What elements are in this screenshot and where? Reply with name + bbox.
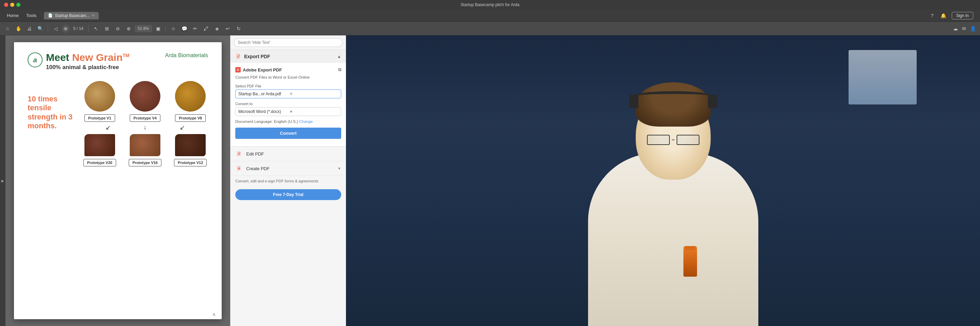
- select-btn[interactable]: ⊞: [102, 24, 112, 33]
- sign-in-button[interactable]: Sign In: [952, 12, 973, 19]
- sidebar-search-area: [231, 35, 346, 50]
- prototype-v12-label: Prototype V12: [174, 159, 207, 166]
- prototype-v20-label: Prototype V20: [83, 159, 116, 166]
- print-btn[interactable]: 🖨: [24, 24, 34, 33]
- prototype-v16-label: Prototype V16: [129, 159, 161, 166]
- cursor-btn[interactable]: ↖: [91, 24, 101, 33]
- tab-main[interactable]: 📄 Startup Basecam... ✕: [44, 12, 99, 19]
- pdf-page: a Meet New GrainTM 100% animal & plastic…: [14, 42, 222, 319]
- export-pdf-section: Export PDF ▲ A Adobe Export PDF ⧉ Conver…: [231, 50, 346, 147]
- hand-btn[interactable]: ✋: [14, 24, 23, 33]
- pdf-new-grain: New Grain: [72, 52, 123, 63]
- zoom-out-btn[interactable]: ⊖: [113, 24, 123, 33]
- convert-button[interactable]: Convert: [235, 127, 341, 139]
- adobe-export-settings-icon[interactable]: ⧉: [338, 67, 341, 73]
- zoom-level[interactable]: 52.8%: [135, 25, 152, 32]
- edit-pdf-label: Edit PDF: [246, 151, 341, 157]
- pdf-subhead: 100% animal & plastic-free: [46, 64, 129, 71]
- edit-pdf-item[interactable]: Edit PDF: [231, 147, 346, 161]
- separator-1: [48, 25, 48, 32]
- export-pdf-header[interactable]: Export PDF ▲: [231, 50, 346, 63]
- doc-language-label: Document Language:: [235, 119, 273, 124]
- file-selector[interactable]: Startup Ba...or Arda.pdf ✕: [235, 89, 341, 99]
- sidebar-panel: Export PDF ▲ A Adobe Export PDF ⧉ Conver…: [230, 35, 346, 326]
- prev-page-btn[interactable]: ◁: [51, 24, 60, 33]
- create-pdf-desc: Convert, edit and e-sign PDF forms & agr…: [231, 176, 346, 186]
- move-btn[interactable]: ⊹: [169, 24, 178, 33]
- create-pdf-item[interactable]: Create PDF ▼: [231, 161, 346, 176]
- prototype-v16: Prototype V16: [129, 134, 161, 166]
- bookmark-btn[interactable]: ☆: [3, 24, 12, 33]
- undo-btn[interactable]: ↩: [223, 24, 232, 33]
- prototype-v4-image: [130, 81, 161, 111]
- create-pdf-label: Create PDF: [246, 166, 334, 171]
- orange-bottle: [683, 246, 697, 277]
- search-btn[interactable]: 🔍: [35, 24, 45, 33]
- select-pdf-group: Select PDF File Startup Ba...or Arda.pdf…: [235, 84, 341, 99]
- toolbar: ☆ ✋ 🖨 🔍 ◁ ⊕ 5 / 14 ↖ ⊞ ⊖ ⊕ 52.8% ▣ ⊹ 💬 ✏…: [0, 22, 980, 35]
- prototype-v8: Prototype V8: [175, 81, 206, 122]
- highlight-btn[interactable]: 🖍: [201, 24, 211, 33]
- prototype-v8-image: [175, 81, 206, 111]
- pdf-logo: a: [28, 52, 43, 67]
- mail-icon[interactable]: ✉: [961, 25, 967, 32]
- export-pdf-header-left: Export PDF: [235, 53, 270, 60]
- menu-home[interactable]: Home: [3, 11, 22, 19]
- export-pdf-collapse-icon[interactable]: ▲: [337, 54, 341, 59]
- prototype-v4: Prototype V4: [130, 81, 161, 122]
- pen-btn[interactable]: ✏: [190, 24, 200, 33]
- prototype-v20: Prototype V20: [83, 134, 116, 166]
- doc-language-value: English (U.S.): [274, 119, 298, 124]
- prototype-v1-image: [84, 81, 115, 111]
- person-headphones: [632, 91, 714, 139]
- stamp-btn[interactable]: ◈: [212, 24, 222, 33]
- fit-btn[interactable]: ▣: [153, 24, 163, 33]
- export-pdf-icon: [235, 53, 242, 60]
- tab-label: Startup Basecam...: [55, 13, 89, 18]
- person-area: [571, 79, 775, 326]
- convert-to-value: Microsoft Word (*.docx): [239, 109, 287, 114]
- traffic-lights: [4, 3, 21, 7]
- adobe-export-title: A Adobe Export PDF ⧉: [235, 67, 341, 73]
- file-remove-btn[interactable]: ✕: [290, 92, 339, 96]
- window-title: Startup Basecamp pitch for Arda: [461, 2, 520, 7]
- prototype-v4-label: Prototype V4: [130, 114, 161, 122]
- convert-to-label: Convert to: [235, 102, 341, 106]
- next-page-btn[interactable]: ⊕: [62, 24, 70, 33]
- close-button[interactable]: [4, 3, 8, 7]
- page-indicator: 5 / 14: [71, 26, 86, 31]
- menu-tools[interactable]: Tools: [23, 11, 40, 19]
- comment-btn[interactable]: 💬: [180, 24, 189, 33]
- user-icon[interactable]: 👤: [969, 25, 977, 32]
- create-pdf-expand-icon[interactable]: ▼: [337, 166, 341, 170]
- select-pdf-label: Select PDF File: [235, 84, 341, 88]
- maximize-button[interactable]: [16, 3, 21, 7]
- window-light: [849, 50, 917, 105]
- prototype-v1-label: Prototype V1: [84, 114, 115, 122]
- prototype-v1: Prototype V1: [84, 81, 115, 122]
- help-icon[interactable]: ?: [930, 12, 935, 19]
- main-content: ▶ a Meet New GrainTM 100% animal & plast…: [0, 35, 980, 326]
- prototype-v8-label: Prototype V8: [175, 114, 206, 122]
- pdf-orange-text: 10 times tensile strength in 3 months.: [28, 95, 75, 166]
- zoom-in-btn[interactable]: ⊕: [124, 24, 134, 33]
- convert-to-group: Convert to Microsoft Word (*.docx) ▼: [235, 102, 341, 116]
- tab-close-btn[interactable]: ✕: [92, 13, 95, 18]
- minimize-button[interactable]: [10, 3, 14, 7]
- redo-btn[interactable]: ↻: [234, 24, 243, 33]
- adobe-export-section: A Adobe Export PDF ⧉ Convert PDF Files t…: [231, 63, 346, 146]
- left-nav-arrow[interactable]: ▶: [0, 35, 5, 326]
- bell-icon[interactable]: 🔔: [939, 12, 948, 19]
- title-bar: Startup Basecamp pitch for Arda: [0, 0, 980, 10]
- pdf-viewer: a Meet New GrainTM 100% animal & plastic…: [5, 35, 230, 326]
- free-trial-button[interactable]: Free 7-Day Trial: [235, 189, 341, 200]
- webcam-area: [346, 35, 980, 326]
- header-right: ? 🔔 Sign In: [930, 12, 977, 19]
- export-pdf-label: Export PDF: [244, 54, 270, 59]
- doc-language: Document Language: English (U.S.) Change: [235, 119, 341, 124]
- change-language-link[interactable]: Change: [299, 119, 313, 124]
- cloud-icon[interactable]: ☁: [952, 25, 959, 32]
- sidebar-search-input[interactable]: [234, 38, 342, 47]
- separator-2: [88, 25, 89, 32]
- convert-to-select[interactable]: Microsoft Word (*.docx) ▼: [235, 107, 341, 116]
